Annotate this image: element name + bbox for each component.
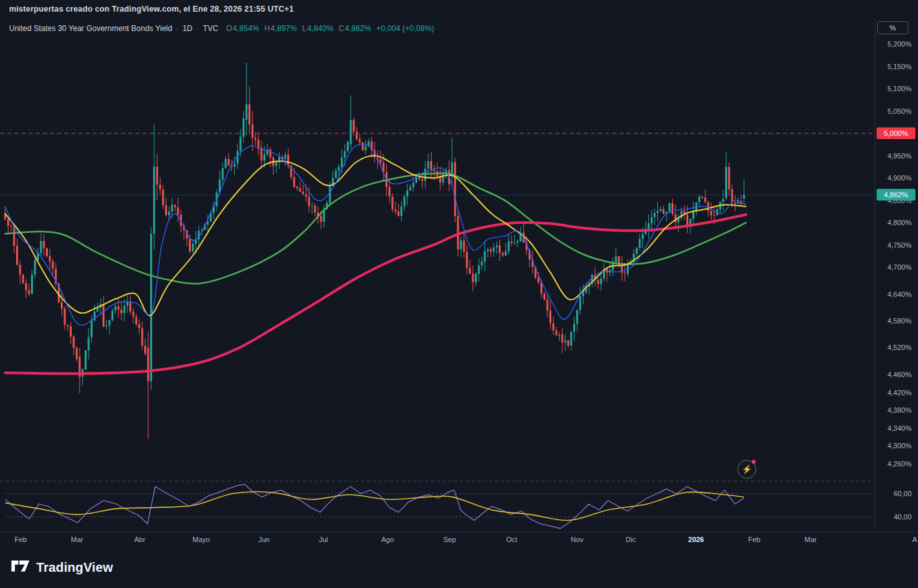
tradingview-logo-icon[interactable] bbox=[10, 560, 30, 575]
legend-separator: · bbox=[176, 24, 179, 33]
price-axis-label: 4,900% bbox=[888, 173, 912, 182]
price-axis-label: 4,420% bbox=[888, 388, 912, 397]
price-axis-label: 4,460% bbox=[888, 370, 912, 379]
price-axis-label: 4,700% bbox=[888, 263, 912, 272]
ma-pink bbox=[5, 215, 746, 374]
price-axis-label: 5,150% bbox=[888, 62, 912, 71]
price-axis-label: 5,050% bbox=[888, 107, 912, 116]
time-axis-label: Jul bbox=[319, 536, 328, 543]
price-axis-label: 5,100% bbox=[888, 84, 912, 93]
price-scale-unit-button[interactable]: % bbox=[877, 21, 908, 34]
boost-button[interactable]: ⚡ bbox=[738, 460, 756, 479]
notification-dot bbox=[752, 460, 756, 464]
time-axis-label: Feb bbox=[15, 536, 27, 543]
lightning-icon: ⚡ bbox=[741, 465, 752, 474]
symbol-title[interactable]: United States 30 Year Government Bonds Y… bbox=[9, 24, 172, 33]
symbol-legend: United States 30 Year Government Bonds Y… bbox=[9, 23, 434, 34]
tradingview-snapshot: misterpuertas creado con TradingView.com… bbox=[0, 0, 918, 588]
price-axis-label: 4,380% bbox=[888, 406, 912, 415]
time-axis-label: Feb bbox=[749, 536, 761, 543]
exchange-label: TVC bbox=[203, 24, 219, 33]
indicator-level-label: 40,00 bbox=[893, 512, 912, 521]
price-axis-label: 4,300% bbox=[888, 441, 912, 450]
price-axis-label: 4,260% bbox=[888, 459, 912, 468]
price-axis-label: 4,520% bbox=[888, 343, 912, 352]
osc-yellow bbox=[5, 492, 744, 520]
price-axis-label: 4,580% bbox=[888, 316, 912, 325]
indicator-pane[interactable] bbox=[5, 485, 875, 528]
last-price-label: 4,862% bbox=[877, 189, 915, 201]
ohlc-values: O4,854% H4,897% L4,840% C4,862% +0,004 (… bbox=[226, 24, 435, 33]
time-axis-label: Mayo bbox=[193, 536, 210, 543]
legend-separator: · bbox=[197, 24, 199, 33]
time-axis[interactable]: FebMarAbrMayoJunJulAgoSepOctNovDic2026Fe… bbox=[0, 532, 918, 547]
time-axis-label: A bbox=[912, 536, 917, 543]
price-axis-label: 4,950% bbox=[888, 151, 912, 160]
ohlc-open: O4,854% bbox=[226, 24, 259, 33]
tradingview-wordmark[interactable]: TradingView bbox=[36, 560, 113, 575]
ohlc-low: L4,840% bbox=[302, 24, 333, 33]
time-axis-label: Dic bbox=[626, 536, 636, 543]
price-axis[interactable]: 5,000% 4,862% 5,200%5,150%5,100%5,050%4,… bbox=[875, 18, 918, 532]
price-axis-label: 5,200% bbox=[888, 39, 912, 49]
time-axis-label: 2026 bbox=[688, 536, 704, 543]
snapshot-attribution-text: misterpuertas creado con TradingView.com… bbox=[9, 5, 294, 14]
time-axis-label: Abr bbox=[134, 536, 145, 543]
chart-canvas[interactable] bbox=[0, 0, 918, 588]
time-axis-label: Mar bbox=[805, 536, 817, 543]
time-axis-label: Ago bbox=[381, 536, 394, 543]
time-axis-label: Nov bbox=[571, 536, 584, 543]
price-axis-label: 4,750% bbox=[888, 241, 912, 250]
price-axis-label: 4,340% bbox=[888, 424, 912, 433]
indicator-level-label: 60,00 bbox=[893, 489, 912, 498]
main-pane[interactable] bbox=[0, 63, 875, 439]
price-axis-label: 4,800% bbox=[888, 218, 912, 227]
candles-layer bbox=[5, 63, 745, 439]
time-axis-label: Oct bbox=[506, 536, 517, 543]
time-axis-label: Mar bbox=[71, 536, 83, 543]
snapshot-attribution: misterpuertas creado con TradingView.com… bbox=[0, 0, 918, 18]
ohlc-close: C4,862% bbox=[338, 24, 371, 33]
interval-label[interactable]: 1D bbox=[182, 24, 192, 33]
footer: TradingView bbox=[0, 547, 918, 588]
time-axis-label: Jun bbox=[258, 536, 270, 543]
price-change: +0,004 (+0,08%) bbox=[377, 24, 434, 33]
ohlc-high: H4,897% bbox=[265, 24, 297, 33]
ma-yellow bbox=[5, 156, 746, 316]
price-axis-label: 4,640% bbox=[888, 290, 912, 299]
alert-price-label: 5,000% bbox=[877, 127, 915, 139]
time-axis-label: Sep bbox=[443, 536, 456, 543]
